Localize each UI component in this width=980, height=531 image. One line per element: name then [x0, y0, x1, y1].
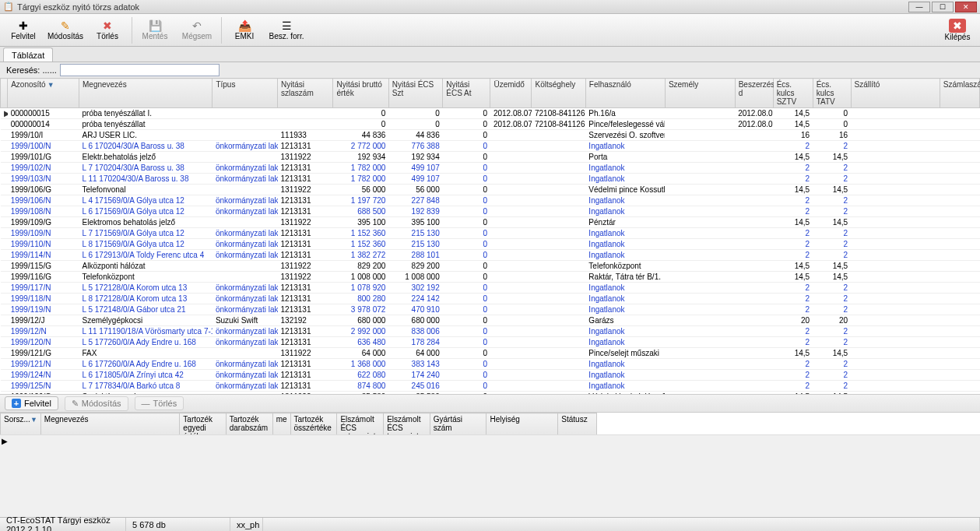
- sub-new-button[interactable]: +Felvitel: [5, 396, 58, 410]
- sub-grid-body: ▶: [0, 434, 980, 517]
- close-button[interactable]: ✕: [955, 2, 977, 12]
- statusbar: CT-EcoSTAT Tárgyi eszköz 2012.2.1.10 5 6…: [0, 517, 980, 531]
- sub-grid[interactable]: Sorsz...▼MegnevezésTartozék egyedi érték…: [0, 413, 980, 434]
- search-input[interactable]: [60, 64, 220, 76]
- emki-button[interactable]: 📤EMKI: [224, 16, 265, 44]
- tabstrip: Táblázat: [0, 47, 980, 62]
- column-header[interactable]: Felhasználó: [585, 79, 665, 108]
- sub-toolbar: +Felvitel ✎Módosítás —Törlés: [0, 394, 980, 413]
- minus-icon: —: [142, 399, 150, 408]
- exit-button[interactable]: ✖Kilépés: [940, 16, 975, 44]
- table-row[interactable]: 1999/106/N L 4 171569/0/A Gólya utca 12 …: [1, 195, 980, 206]
- searchbar: Keresés: ......: [0, 62, 980, 78]
- table-row[interactable]: 1999/117/N L 5 172128/0/A Korom utca 13 …: [1, 283, 980, 294]
- table-row[interactable]: 1999/116/G Telefonközpont 1311922 1 008 …: [1, 272, 980, 283]
- delete-button[interactable]: ✖Törlés: [87, 16, 128, 44]
- search-label: Keresés: ......: [6, 65, 57, 75]
- column-header[interactable]: Személy: [665, 79, 735, 108]
- beszforr-button[interactable]: ☰Besz. forr.: [266, 16, 307, 44]
- table-row[interactable]: 000000014 próba tenyészállat 0 0 0 2012.…: [1, 119, 980, 130]
- cancel-button: ↶Mégsem: [177, 16, 217, 44]
- column-header[interactable]: Beszerzés d: [735, 79, 773, 108]
- table-row[interactable]: 1999/109/G Elektromos behatolás jelző 13…: [1, 217, 980, 228]
- table-row[interactable]: 1999/119/N L 5 172148/0/A Gábor utca 21 …: [1, 304, 980, 315]
- tab-tablazat[interactable]: Táblázat: [3, 47, 53, 62]
- status-user: xx_ph: [230, 518, 263, 531]
- table-row[interactable]: 1999/118/N L 8 172128/0/A Korom utca 13 …: [1, 294, 980, 304]
- trash-icon: ✖: [103, 19, 112, 32]
- status-app: CT-EcoSTAT Tárgyi eszköz 2012.2.1.10: [0, 518, 126, 531]
- export-icon: 📤: [238, 19, 251, 32]
- list-icon: ☰: [282, 19, 292, 32]
- column-header[interactable]: Számlaszá: [940, 79, 979, 108]
- table-row[interactable]: 1999/115/G Alközponti hálózat 1311922 82…: [1, 261, 980, 272]
- table-row[interactable]: 1999/102/N L 7 170204/30/A Baross u. 38 …: [1, 163, 980, 174]
- column-header[interactable]: Nyitási bruttó érték: [333, 79, 388, 108]
- app-icon: 📋: [3, 2, 14, 12]
- disk-icon: 💾: [149, 19, 162, 32]
- pencil-icon: ✎: [61, 19, 70, 32]
- table-row[interactable]: 1999/120/N L 5 177260/0/A Ady Endre u. 1…: [1, 337, 980, 348]
- close-icon: ✖: [949, 19, 966, 33]
- titlebar: 📋 Tárgyi eszköz nyitó törzs adatok — ☐ ✕: [0, 0, 980, 14]
- column-header[interactable]: Nyitási szlaszám: [278, 79, 333, 108]
- sub-edit-button: ✎Módosítás: [65, 396, 128, 411]
- save-button: 💾Mentés: [135, 16, 175, 44]
- main-toolbar: ✚Felvitel ✎Módosítás ✖Törlés 💾Mentés ↶Mé…: [0, 14, 980, 47]
- maximize-button[interactable]: ☐: [932, 2, 954, 12]
- new-button[interactable]: ✚Felvitel: [3, 16, 44, 44]
- row-indicator-icon: ▶: [2, 437, 8, 445]
- table-row[interactable]: 1999/125/N L 7 177834/0/A Barkó utca 8 ö…: [1, 381, 980, 392]
- table-row[interactable]: 1999/114/N L 6 172913/0/A Toldy Ferenc u…: [1, 250, 980, 261]
- column-header[interactable]: Szállító: [851, 79, 940, 108]
- plus-icon: ✚: [19, 19, 28, 32]
- table-row[interactable]: 1999/121/G FAX 1311922 64 000 64 000 0 P…: [1, 348, 980, 359]
- table-row[interactable]: 1999/10/I ARJ USER LIC. 111933 44 836 44…: [1, 130, 980, 141]
- table-row[interactable]: ▶ 000000015 próba tenyészállat I. 0 0 0 …: [1, 108, 980, 119]
- edit-button[interactable]: ✎Módosítás: [45, 16, 86, 44]
- table-row[interactable]: 1999/109/N L 7 171569/0/A Gólya utca 12 …: [1, 228, 980, 239]
- column-header[interactable]: Écs. kulcs TATV: [813, 79, 851, 108]
- table-row[interactable]: 1999/108/N L 6 171569/0/A Gólya utca 12 …: [1, 206, 980, 217]
- pencil-icon: ✎: [72, 399, 79, 409]
- table-row[interactable]: 1999/121/N L 6 177260/0/A Ady Endre u. 1…: [1, 359, 980, 370]
- column-header[interactable]: Megnevezés: [79, 79, 212, 108]
- undo-icon: ↶: [192, 19, 202, 32]
- table-row[interactable]: 1999/103/N L 11 170204/30/A Baross u. 38…: [1, 174, 980, 185]
- column-header[interactable]: Nyitási ÉCS Szt: [388, 79, 442, 108]
- table-row[interactable]: 1999/110/N L 8 171569/0/A Gólya utca 12 …: [1, 239, 980, 250]
- plus-icon: +: [12, 399, 21, 408]
- table-row[interactable]: 1999/12/J Személygépkocsi Suzuki Swift 1…: [1, 315, 980, 326]
- table-row[interactable]: 1999/106/G Telefonvonal 1311922 56 000 5…: [1, 185, 980, 195]
- column-header[interactable]: Költséghely: [532, 79, 585, 108]
- column-header[interactable]: Écs. kulcs SZTV: [773, 79, 813, 108]
- column-header[interactable]: Nyitási ÉCS At: [443, 79, 490, 108]
- sub-delete-button: —Törlés: [135, 396, 184, 410]
- table-row[interactable]: 1999/100/N L 6 170204/30/A Baross u. 38 …: [1, 141, 980, 152]
- window-title: Tárgyi eszköz nyitó törzs adatok: [17, 2, 908, 12]
- table-row[interactable]: 1999/124/N L 6 171805/0/A Zrínyi utca 42…: [1, 370, 980, 381]
- table-row[interactable]: 1999/126/G Szelektív egység 1311922 35 5…: [1, 392, 980, 395]
- status-count: 5 678 db: [126, 518, 230, 531]
- column-header[interactable]: Azonosító▼: [8, 79, 79, 108]
- table-row[interactable]: 1999/12/N L 11 171190/18/A Vörösmarty ut…: [1, 326, 980, 337]
- minimize-button[interactable]: —: [908, 2, 930, 12]
- column-header[interactable]: Üzemidő: [490, 79, 532, 108]
- column-header[interactable]: Típus: [213, 79, 278, 108]
- main-grid[interactable]: Azonosító▼MegnevezésTípusNyitási szlaszá…: [0, 78, 980, 394]
- table-row[interactable]: 1999/101/G Elektr.behatolás jelző 131192…: [1, 152, 980, 163]
